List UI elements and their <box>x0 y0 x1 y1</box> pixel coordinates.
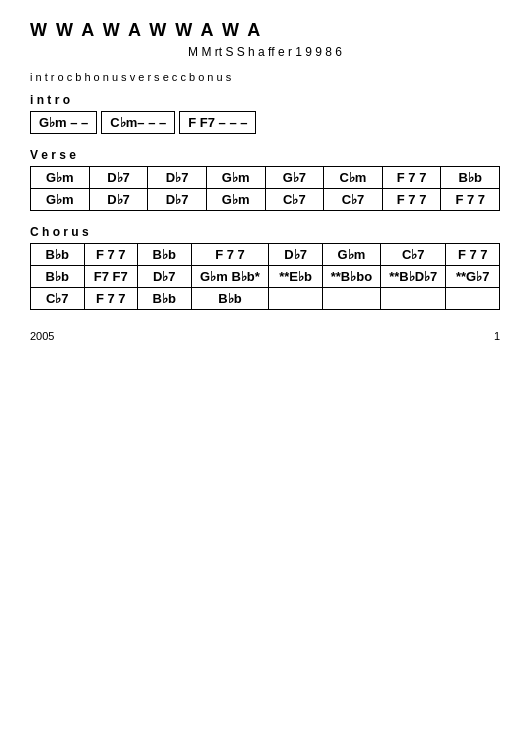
table-cell: G♭m <box>206 189 265 211</box>
table-cell: B♭b <box>138 288 192 310</box>
table-cell: G♭m <box>322 244 380 266</box>
intro-text: i n t r o c b h o n u s v e r s e c c b … <box>30 71 500 83</box>
table-cell: F7 F7 <box>84 266 138 288</box>
table-cell: C♭m <box>324 167 383 189</box>
table-cell: C♭7 <box>381 244 446 266</box>
chorus-table: B♭bF 7 7B♭bF 7 7D♭7G♭mC♭7F 7 7B♭bF7 F7D♭… <box>30 243 500 310</box>
intro-section-label: i n t r o <box>30 93 500 107</box>
footer-page: 1 <box>494 330 500 342</box>
table-cell: G♭7 <box>265 167 324 189</box>
intro-chord-3: F F7 – – – <box>179 111 256 134</box>
intro-box: G♭m – – C♭m– – – F F7 – – – <box>30 111 500 134</box>
table-cell <box>322 288 380 310</box>
table-cell: C♭7 <box>31 288 85 310</box>
table-cell <box>269 288 323 310</box>
table-cell: D♭7 <box>269 244 323 266</box>
table-cell: F 7 7 <box>84 244 138 266</box>
table-cell: G♭m <box>206 167 265 189</box>
table-cell: F 7 7 <box>191 244 269 266</box>
chorus-section-label: C h o r u s <box>30 225 500 239</box>
verse-section-label: V e r s e <box>30 148 500 162</box>
table-cell: B♭b <box>138 244 192 266</box>
intro-chord-2: C♭m– – – <box>101 111 175 134</box>
table-cell: G♭m B♭b* <box>191 266 269 288</box>
table-cell: B♭b <box>31 244 85 266</box>
table-cell: G♭m <box>31 167 90 189</box>
table-cell: D♭7 <box>148 167 207 189</box>
footer-year: 2005 <box>30 330 54 342</box>
intro-chord-1: G♭m – – <box>30 111 97 134</box>
table-cell: B♭b <box>191 288 269 310</box>
table-cell: F 7 7 <box>446 244 500 266</box>
subtitle: M M rt S S h a ff e r 1 9 9 8 6 <box>30 45 500 59</box>
table-cell: B♭b <box>441 167 500 189</box>
footer: 2005 1 <box>30 330 500 342</box>
table-cell: C♭7 <box>324 189 383 211</box>
page-title: W W A W A W W A W A <box>30 20 500 41</box>
table-cell: G♭m <box>31 189 90 211</box>
table-cell: B♭b <box>31 266 85 288</box>
table-cell: F 7 7 <box>382 189 441 211</box>
table-cell <box>381 288 446 310</box>
table-cell: F 7 7 <box>84 288 138 310</box>
table-cell: F 7 7 <box>382 167 441 189</box>
table-cell: D♭7 <box>89 189 148 211</box>
table-cell: D♭7 <box>89 167 148 189</box>
verse-table: G♭mD♭7D♭7G♭mG♭7C♭mF 7 7B♭bG♭mD♭7D♭7G♭mC♭… <box>30 166 500 211</box>
table-cell: **B♭D♭7 <box>381 266 446 288</box>
table-cell: C♭7 <box>265 189 324 211</box>
table-cell: F 7 7 <box>441 189 500 211</box>
table-cell: D♭7 <box>138 266 192 288</box>
table-cell <box>446 288 500 310</box>
table-cell: **B♭bo <box>322 266 380 288</box>
table-cell: D♭7 <box>148 189 207 211</box>
table-cell: **G♭7 <box>446 266 500 288</box>
table-cell: **E♭b <box>269 266 323 288</box>
